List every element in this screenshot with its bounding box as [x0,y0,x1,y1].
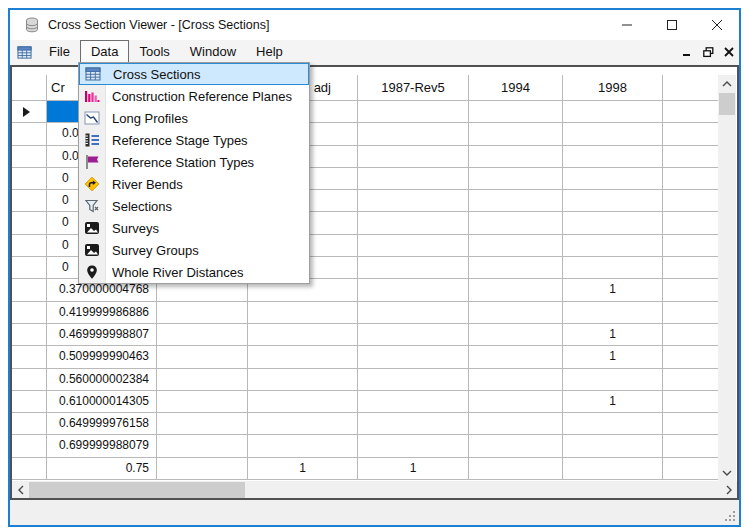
cell-y2007[interactable]: 1 [663,190,718,212]
cell-y1998[interactable] [563,435,663,457]
cell-y1998[interactable]: 1 [563,279,663,301]
scroll-right-icon[interactable] [720,481,737,499]
cell-rev5[interactable] [358,257,469,279]
cell-y1998[interactable] [563,413,663,435]
row-header[interactable] [12,168,47,190]
grid-corner-header[interactable] [12,75,47,101]
cell-y2007[interactable]: 1 [663,123,718,145]
mdi-close-icon[interactable] [722,45,736,59]
cell-y2007[interactable]: 1 [663,146,718,168]
cell-y1994[interactable] [469,123,563,145]
cell-cross-section[interactable]: 0.560000002384 [47,369,157,391]
cell-y1994[interactable] [469,235,563,257]
cell-y1994[interactable] [469,279,563,301]
cell-c3[interactable] [157,458,248,480]
cell-y1994[interactable] [469,391,563,413]
cell-y2007[interactable]: 1 [663,235,718,257]
cell-y1998[interactable] [563,302,663,324]
cell-rev5[interactable] [358,369,469,391]
cell-adj[interactable] [248,369,358,391]
cell-y2007[interactable]: 1 [663,279,718,301]
cell-rev5[interactable] [358,279,469,301]
cell-rev5[interactable] [358,212,469,234]
menu-item-construction-reference-planes[interactable]: Construction Reference Planes [79,85,309,107]
cell-y1994[interactable] [469,101,563,123]
row-header[interactable] [12,101,47,123]
scroll-up-icon[interactable] [718,75,736,92]
cell-y1998[interactable]: 1 [563,324,663,346]
cell-cross-section[interactable]: 0.610000014305 [47,391,157,413]
cell-cross-section[interactable]: 0.699999988079 [47,435,157,457]
cell-y1994[interactable] [469,458,563,480]
cell-y1998[interactable] [563,146,663,168]
menu-item-reference-stage-types[interactable]: Reference Stage Types [79,129,309,151]
cell-y1998[interactable] [563,123,663,145]
cell-y2007[interactable]: 1 [663,302,718,324]
cell-y2007[interactable]: 1 [663,435,718,457]
cell-y1998[interactable] [563,101,663,123]
cell-cross-section[interactable]: 0.469999998807 [47,324,157,346]
cell-adj[interactable] [248,391,358,413]
cell-y1994[interactable] [469,413,563,435]
menu-item-cross-sections[interactable]: Cross Sections [79,63,309,85]
cell-y2007[interactable]: 1 [663,369,718,391]
cell-c3[interactable] [157,302,248,324]
cell-y1998[interactable]: 1 [563,346,663,368]
row-header[interactable] [12,346,47,368]
cell-c3[interactable] [157,346,248,368]
cell-rev5[interactable] [358,168,469,190]
row-header[interactable] [12,190,47,212]
cell-y2007[interactable]: 1 [663,101,718,123]
row-header[interactable] [12,146,47,168]
close-button[interactable] [694,10,739,40]
menu-item-survey-groups[interactable]: Survey Groups [79,239,309,261]
row-header[interactable] [12,413,47,435]
cell-cross-section[interactable]: 0.419999986886 [47,302,157,324]
cell-rev5[interactable] [358,123,469,145]
cell-rev5[interactable] [358,391,469,413]
cell-y2007[interactable]: 1 [663,391,718,413]
cell-y1998[interactable] [563,190,663,212]
cell-rev5[interactable] [358,435,469,457]
vertical-scrollbar[interactable] [718,75,736,481]
cell-rev5[interactable]: 1 [358,458,469,480]
column-header-2007[interactable]: 2007 [663,75,718,101]
cell-y2007[interactable]: 1 [663,458,718,480]
cell-y1994[interactable] [469,302,563,324]
menubar-item-file[interactable]: File [39,40,80,65]
cell-rev5[interactable] [358,146,469,168]
cell-y1994[interactable] [469,369,563,391]
cell-y1998[interactable] [563,458,663,480]
mdi-minimize-icon[interactable] [680,45,694,59]
cell-y2007[interactable]: 1 [663,324,718,346]
cell-adj[interactable] [248,324,358,346]
cell-rev5[interactable] [358,324,469,346]
cell-y1998[interactable] [563,369,663,391]
cell-y2007[interactable]: 1 [663,413,718,435]
cell-y2007[interactable]: 1 [663,257,718,279]
cell-rev5[interactable] [358,346,469,368]
horizontal-scroll-thumb[interactable] [29,482,245,498]
row-header[interactable] [12,257,47,279]
cell-y1998[interactable]: 1 [563,391,663,413]
row-header[interactable] [12,369,47,391]
menu-item-selections[interactable]: Selections [79,195,309,217]
cell-rev5[interactable] [358,190,469,212]
scroll-left-icon[interactable] [12,481,29,499]
menu-item-river-bends[interactable]: River Bends [79,173,309,195]
cell-adj[interactable]: 1 [248,458,358,480]
cell-c3[interactable] [157,391,248,413]
cell-y1994[interactable] [469,212,563,234]
cell-cross-section[interactable]: 0.509999990463 [47,346,157,368]
cell-y1998[interactable] [563,212,663,234]
minimize-button[interactable] [604,10,649,40]
cell-rev5[interactable] [358,413,469,435]
resize-grip[interactable] [725,511,735,521]
cell-y1994[interactable] [469,146,563,168]
cell-cross-section[interactable]: 0.649999976158 [47,413,157,435]
column-header-1994[interactable]: 1994 [469,75,563,101]
cell-cross-section[interactable]: 0.75 [47,458,157,480]
cell-adj[interactable] [248,346,358,368]
cell-y1994[interactable] [469,190,563,212]
maximize-button[interactable] [649,10,694,40]
